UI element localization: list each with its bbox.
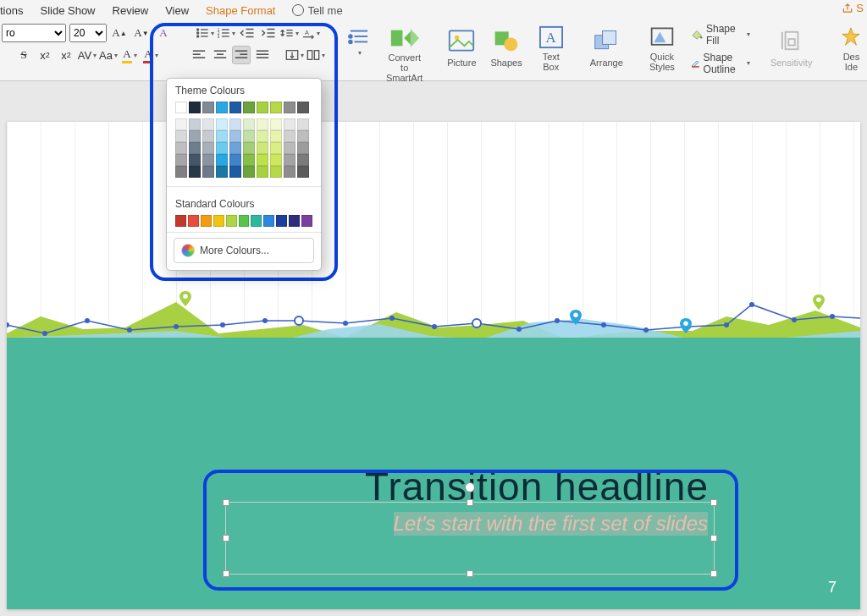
colour-swatch[interactable] (270, 142, 282, 154)
subscript-button[interactable]: x2 (57, 46, 75, 64)
increase-indent-button[interactable] (259, 24, 278, 42)
tab-review[interactable]: Review (113, 4, 149, 17)
slide-canvas-area[interactable]: Transition headline Let's start with the… (7, 122, 860, 609)
colour-swatch[interactable] (229, 154, 241, 166)
colour-swatch[interactable] (284, 154, 295, 166)
colour-swatch[interactable] (243, 166, 255, 178)
colour-swatch[interactable] (257, 154, 268, 166)
colour-swatch[interactable] (270, 130, 282, 142)
colour-swatch[interactable] (175, 215, 186, 227)
colour-swatch[interactable] (297, 118, 309, 130)
colour-swatch[interactable] (202, 118, 214, 130)
colour-swatch[interactable] (213, 215, 224, 227)
colour-swatch[interactable] (216, 102, 228, 113)
resize-handle-bl[interactable] (223, 570, 229, 577)
design-ideas-button[interactable]: DesIde (832, 24, 867, 74)
bullets-button[interactable]: ▾ (196, 24, 214, 42)
colour-swatch[interactable] (270, 154, 282, 166)
colour-swatch[interactable] (226, 215, 237, 227)
colour-swatch[interactable] (289, 215, 300, 227)
colour-swatch[interactable] (189, 142, 201, 154)
shape-outline-button[interactable]: Shape Outline▾ (691, 52, 750, 75)
colour-swatch[interactable] (243, 130, 255, 142)
justify-button[interactable] (253, 46, 272, 64)
subtitle-text[interactable]: Let's start with the first set of slides (394, 512, 708, 536)
resize-handle-mr[interactable] (710, 535, 717, 542)
colour-swatch[interactable] (202, 102, 214, 113)
convert-to-smartart-button[interactable]: Convert toSmartArt (383, 24, 426, 74)
colour-swatch[interactable] (284, 102, 295, 113)
colour-swatch[interactable] (229, 118, 241, 130)
font-family-select[interactable]: ro (2, 24, 66, 42)
resize-handle-bm[interactable] (467, 570, 473, 577)
align-text-vertical-button[interactable]: ▾ (285, 46, 304, 64)
colour-swatch[interactable] (202, 166, 214, 178)
slide[interactable]: Transition headline Let's start with the… (7, 122, 860, 609)
resize-handle-tl[interactable] (223, 499, 229, 506)
change-case-button[interactable]: Aa▾ (99, 46, 118, 64)
colour-swatch[interactable] (189, 102, 201, 113)
colour-swatch[interactable] (270, 166, 282, 178)
colour-swatch[interactable] (297, 154, 309, 166)
arrange-button[interactable]: Arrange (587, 24, 627, 74)
colour-swatch[interactable] (216, 130, 228, 142)
colour-swatch[interactable] (175, 154, 187, 166)
colour-swatch[interactable] (175, 142, 187, 154)
colour-swatch[interactable] (257, 102, 268, 113)
align-right-button[interactable] (232, 46, 251, 64)
colour-swatch[interactable] (229, 166, 241, 178)
colour-swatch[interactable] (270, 118, 282, 130)
resize-handle-ml[interactable] (223, 535, 229, 542)
clear-format-button[interactable]: A (154, 24, 173, 42)
colour-swatch[interactable] (284, 130, 295, 142)
resize-handle-tr[interactable] (710, 499, 717, 506)
highlight-button[interactable]: A▾ (120, 46, 139, 64)
tab-transitions-partial[interactable]: tions (0, 4, 23, 17)
colour-swatch[interactable] (243, 154, 255, 166)
quick-styles-button[interactable]: QuickStyles (643, 24, 681, 74)
colour-swatch[interactable] (188, 215, 199, 227)
colour-swatch[interactable] (297, 166, 309, 178)
font-color-button[interactable]: A▾ (141, 46, 160, 64)
insert-picture-button[interactable]: Picture (443, 24, 480, 74)
colour-swatch[interactable] (276, 215, 287, 227)
rotate-handle[interactable] (465, 482, 475, 492)
strikethrough-button[interactable]: S (14, 46, 33, 64)
colour-swatch[interactable] (239, 215, 250, 227)
colour-swatch[interactable] (229, 102, 241, 113)
colour-swatch[interactable] (284, 142, 295, 154)
resize-handle-tm[interactable] (467, 499, 473, 506)
colour-swatch[interactable] (216, 166, 228, 178)
colour-swatch[interactable] (257, 130, 268, 142)
colour-swatch[interactable] (229, 142, 241, 154)
colour-swatch[interactable] (297, 142, 309, 154)
grow-font-button[interactable]: A▲ (110, 24, 129, 42)
share-button-partial[interactable]: S (842, 2, 864, 14)
colour-swatch[interactable] (202, 130, 214, 142)
font-size-select[interactable]: 20 (69, 24, 107, 42)
text-direction-button[interactable]: A▾ (301, 24, 320, 42)
colour-swatch[interactable] (229, 130, 241, 142)
colour-swatch[interactable] (257, 142, 268, 154)
selected-textbox[interactable]: Let's start with the first set of slides (225, 502, 715, 575)
superscript-button[interactable]: x2 (36, 46, 54, 64)
colour-swatch[interactable] (216, 142, 228, 154)
colour-swatch[interactable] (243, 102, 255, 113)
colour-swatch[interactable] (202, 142, 214, 154)
colour-swatch[interactable] (175, 130, 187, 142)
tab-slideshow[interactable]: Slide Show (40, 4, 95, 17)
colour-swatch[interactable] (284, 118, 295, 130)
colour-swatch[interactable] (270, 102, 282, 113)
tab-view[interactable]: View (165, 4, 189, 17)
shape-fill-button[interactable]: Shape Fill▾ (691, 23, 750, 47)
colour-swatch[interactable] (297, 102, 309, 113)
decrease-indent-button[interactable] (238, 24, 257, 42)
colour-swatch[interactable] (189, 118, 201, 130)
insert-shapes-button[interactable]: Shapes (487, 24, 525, 74)
insert-textbox-button[interactable]: A TextBox (533, 24, 570, 74)
list-style-gallery[interactable]: ▾ (342, 24, 376, 74)
colour-swatch[interactable] (175, 166, 187, 178)
colour-swatch[interactable] (202, 154, 214, 166)
colour-swatch[interactable] (175, 118, 187, 130)
tell-me-search[interactable]: Tell me (292, 4, 342, 17)
